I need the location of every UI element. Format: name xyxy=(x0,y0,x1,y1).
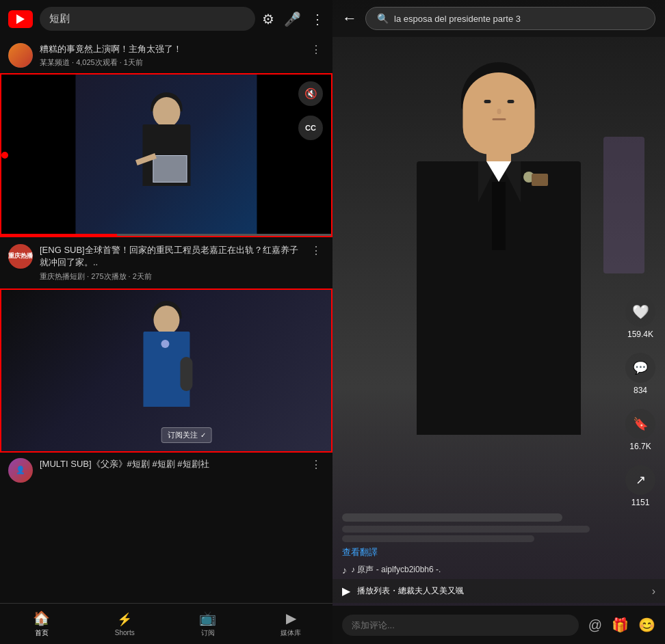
suit-jacket xyxy=(417,161,581,435)
video-item-3[interactable]: 👤 [MULTI SUB]《父亲》#短剧 #短剧 #短剧社 ⋮ xyxy=(0,453,332,488)
top-bar-icons: ⚙ 🎤 ⋮ xyxy=(262,11,324,27)
comment-bar: @ 🎁 😊 xyxy=(332,606,665,644)
video-title-1: 糟糕的事竟然上演啊！主角太强了！ xyxy=(40,43,301,55)
at-icon[interactable]: @ xyxy=(588,617,602,633)
video-player-2[interactable]: 订阅关注 ✓ xyxy=(0,289,332,453)
right-search-text: la esposa del presidente parte 3 xyxy=(394,14,521,24)
home-icon: 🏠 xyxy=(33,610,50,626)
mute-button[interactable]: 🔇 xyxy=(298,81,323,106)
right-bottom-info: 查看翻譯 ♪ ♪ 原声 - aiplfycb2i0bh6 -. xyxy=(342,513,617,576)
comment-count: 834 xyxy=(634,386,647,395)
video-info-2: [ENG SUB]全球首警！回家的重民工程员老嘉正在出轨？红嘉养子就冲回了家。.… xyxy=(40,244,301,281)
comment-button[interactable]: 💬 834 xyxy=(625,353,655,395)
person-figure-2 xyxy=(129,295,204,446)
channel-avatar-1 xyxy=(8,43,33,68)
person-figure-1 xyxy=(125,87,207,224)
search-query-text: 短剧 xyxy=(49,12,70,25)
subscribe-icon: 📺 xyxy=(199,610,216,626)
save-count: 16.7K xyxy=(629,442,651,451)
share-count: 1151 xyxy=(631,498,650,507)
video-thumbnail-1 xyxy=(75,75,257,236)
translate-link[interactable]: 查看翻譯 xyxy=(342,546,617,559)
microphone xyxy=(180,357,192,391)
music-text: ♪ 原声 - aiplfycb2i0bh6 -. xyxy=(351,564,441,576)
share-button[interactable]: ↗ 1151 xyxy=(625,465,655,507)
video-info-1: 糟糕的事竟然上演啊！主角太强了！ 某某频道 · 4,025次观看 · 1天前 xyxy=(40,43,301,68)
main-person xyxy=(369,55,629,534)
video-more-1[interactable]: ⋮ xyxy=(308,43,324,56)
nav-library[interactable]: ▶ 媒体库 xyxy=(250,604,333,644)
video-item-2[interactable]: 重庆热播 [ENG SUB]全球首警！回家的重民工程员老嘉正在出轨？红嘉养子就冲… xyxy=(0,237,332,288)
right-actions: 🤍 159.4K 💬 834 🔖 16.7K ↗ 1151 xyxy=(625,297,655,507)
nav-subscribe[interactable]: 📺 订阅 xyxy=(166,604,250,644)
playlist-text: 播放列表・總裁夫人又美又颯 xyxy=(357,585,645,597)
video-item-1[interactable]: 糟糕的事竟然上演啊！主角太强了！ 某某频道 · 4,025次观看 · 1天前 ⋮ xyxy=(0,38,332,73)
like-count: 159.4K xyxy=(627,330,653,339)
nav-library-label: 媒体库 xyxy=(281,628,301,638)
subscribe-text: 订阅关注 xyxy=(168,430,198,440)
left-eye xyxy=(484,100,491,103)
right-top-bar: ← 🔍 la esposa del presidente parte 3 xyxy=(332,0,665,37)
comment-icon: 💬 xyxy=(625,353,655,383)
video-title-2: [ENG SUB]全球首警！回家的重民工程员老嘉正在出轨？红嘉养子就冲回了家。.… xyxy=(40,244,301,269)
head-2 xyxy=(153,306,179,334)
more-options-icon[interactable]: ⋮ xyxy=(311,11,324,27)
mouth xyxy=(492,118,506,120)
video-player2-inner: 订阅关注 ✓ xyxy=(1,290,331,451)
share-icon: ↗ xyxy=(625,465,655,495)
nav-shorts[interactable]: ⚡ Shorts xyxy=(83,604,167,644)
pocket-square xyxy=(532,174,548,186)
blurred-text-1 xyxy=(342,513,562,522)
right-eye xyxy=(507,100,514,103)
subscribe-check: ✓ xyxy=(200,431,206,439)
gift-icon[interactable]: 🎁 xyxy=(612,617,629,633)
music-info: ♪ ♪ 原声 - aiplfycb2i0bh6 -. xyxy=(342,564,617,576)
music-note-icon: ♪ xyxy=(342,565,347,576)
avatar3-icon: 👤 xyxy=(16,466,25,474)
playlist-icon: ▶ xyxy=(342,585,350,598)
playlist-arrow-icon: › xyxy=(652,585,655,598)
cc-button[interactable]: CC xyxy=(298,116,323,140)
video-meta-2: 重庆热播短剧 · 275次播放 · 2天前 xyxy=(40,271,301,282)
save-button[interactable]: 🔖 16.7K xyxy=(625,409,655,451)
comment-input[interactable] xyxy=(342,615,579,636)
right-panel: ← 🔍 la esposa del presidente parte 3 🤍 1… xyxy=(332,0,665,644)
yt-play-triangle xyxy=(16,14,25,24)
left-panel: 短剧 ⚙ 🎤 ⋮ 糟糕的事竟然上演啊！主角太强了！ 某某频道 · 4,025次观… xyxy=(0,0,332,644)
top-bar: 短剧 ⚙ 🎤 ⋮ xyxy=(0,0,332,38)
video-player-1[interactable]: 🔇 CC xyxy=(0,73,332,237)
box-object xyxy=(153,155,187,183)
filter-icon[interactable]: ⚙ xyxy=(262,11,274,27)
video-meta-1: 某某频道 · 4,025次观看 · 1天前 xyxy=(40,57,301,68)
progress-dot xyxy=(1,152,8,159)
eyes xyxy=(463,100,535,103)
nav-shorts-label: Shorts xyxy=(115,629,135,636)
subscribe-badge[interactable]: 订阅关注 ✓ xyxy=(161,427,212,443)
video-more-2[interactable]: ⋮ xyxy=(308,244,324,257)
tie xyxy=(492,182,506,250)
right-search-box[interactable]: 🔍 la esposa del presidente parte 3 xyxy=(365,7,655,30)
blurred-text-2 xyxy=(342,526,590,533)
mic-icon[interactable]: 🎤 xyxy=(284,11,301,27)
nav-home[interactable]: 🏠 首页 xyxy=(0,604,83,644)
playlist-row[interactable]: ▶ 播放列表・總裁夫人又美又颯 › xyxy=(332,579,665,603)
like-button[interactable]: 🤍 159.4K xyxy=(625,297,655,339)
right-search-icon: 🔍 xyxy=(377,13,389,24)
back-button[interactable]: ← xyxy=(342,10,357,27)
video-title-3: [MULTI SUB]《父亲》#短剧 #短剧 #短剧社 xyxy=(40,458,301,470)
library-icon: ▶ xyxy=(286,610,296,626)
search-box[interactable]: 短剧 xyxy=(40,7,255,31)
progress-bar-fill xyxy=(1,234,117,236)
player-overlay-icons: 🔇 CC xyxy=(298,81,323,140)
youtube-logo[interactable] xyxy=(8,10,33,28)
nav-subscribe-label: 订阅 xyxy=(201,628,215,638)
video-player-inner-1: 🔇 CC xyxy=(1,75,331,236)
channel-avatar-3: 👤 xyxy=(8,458,33,483)
video-more-3[interactable]: ⋮ xyxy=(308,458,324,471)
head-1 xyxy=(153,97,180,127)
nose xyxy=(497,109,501,114)
emoji-icon[interactable]: 😊 xyxy=(638,617,655,633)
channel-avatar-2: 重庆热播 xyxy=(8,244,33,269)
right-face xyxy=(463,72,535,155)
blurred-text-3 xyxy=(342,535,534,542)
